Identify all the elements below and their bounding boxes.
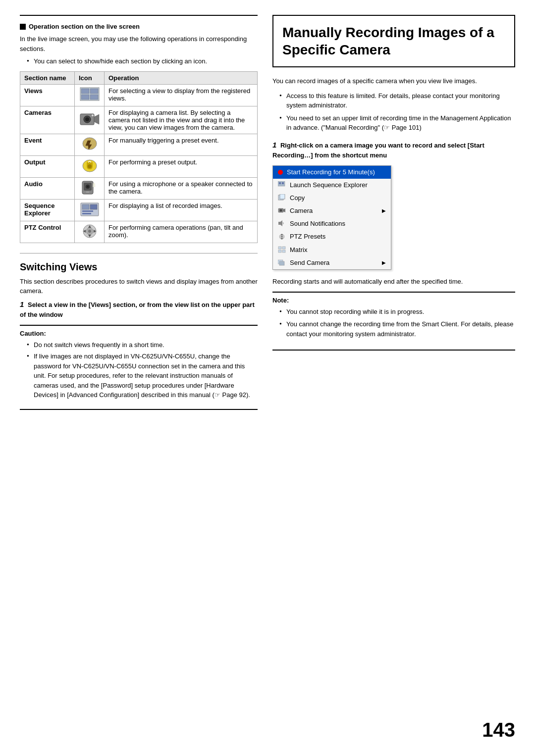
sequence-icon bbox=[278, 181, 287, 189]
svg-rect-32 bbox=[279, 182, 281, 184]
output-icon bbox=[79, 158, 100, 175]
red-dot-icon bbox=[278, 170, 283, 175]
note-label: Note: bbox=[272, 297, 515, 304]
caution-box: Caution: Do not switch views frequently … bbox=[20, 325, 258, 410]
note-bullet-list: You cannot stop recording while it is in… bbox=[279, 307, 515, 339]
menu-arrow-icon: ▶ bbox=[382, 207, 386, 214]
svg-point-16 bbox=[87, 186, 89, 188]
table-row-name: Sequence Explorer bbox=[20, 199, 75, 221]
svg-rect-20 bbox=[82, 204, 89, 209]
switching-views-title: Switching Views bbox=[20, 261, 258, 273]
svg-rect-1 bbox=[81, 89, 89, 94]
svg-rect-39 bbox=[278, 222, 280, 225]
menu-item-label: Send Camera bbox=[290, 258, 329, 267]
col-header-name: Section name bbox=[20, 71, 75, 84]
menu-item-label: Camera bbox=[290, 206, 313, 215]
note-box: Note: You cannot stop recording while it… bbox=[272, 292, 515, 351]
section-table: Section name Icon Operation Views For se… bbox=[20, 71, 258, 243]
table-row-icon bbox=[75, 155, 105, 177]
svg-rect-33 bbox=[282, 182, 284, 184]
sound-icon bbox=[278, 220, 287, 228]
caution-bullet-item: Do not switch views frequently in a shor… bbox=[27, 340, 258, 350]
op-section-header: Operation section on the live screen bbox=[20, 23, 258, 30]
caution-label: Caution: bbox=[20, 330, 258, 337]
svg-point-9 bbox=[92, 114, 94, 116]
note-bullet-item: You cannot change the recording time fro… bbox=[279, 319, 515, 339]
right-bullet-list: Access to this feature is limited. For d… bbox=[279, 91, 515, 133]
svg-point-12 bbox=[88, 164, 92, 168]
table-row-operation: For using a microphone or a speaker conn… bbox=[105, 177, 258, 199]
svg-point-37 bbox=[280, 209, 282, 212]
context-menu-item: Copy bbox=[273, 192, 391, 204]
svg-rect-21 bbox=[82, 210, 93, 212]
svg-rect-45 bbox=[278, 247, 281, 249]
page-number: 143 bbox=[482, 719, 515, 741]
table-row-operation: For performing a preset output. bbox=[105, 155, 258, 177]
table-row-name: PTZ Control bbox=[20, 221, 75, 243]
audio-icon: 8 bbox=[79, 180, 100, 197]
context-menu-item: Send Camera▶ bbox=[273, 256, 391, 269]
matrix-icon bbox=[278, 246, 287, 254]
right-bullet-item: You need to set an upper limit of record… bbox=[279, 113, 515, 133]
svg-marker-40 bbox=[280, 220, 282, 226]
context-menu: Start Recording for 5 Minute(s)Launch Se… bbox=[272, 165, 391, 270]
main-section-title: Manually Recording Images of a Specific … bbox=[282, 24, 505, 58]
svg-rect-2 bbox=[90, 89, 98, 94]
menu-item-label: Start Recording for 5 Minute(s) bbox=[287, 168, 375, 177]
svg-point-42 bbox=[281, 236, 283, 238]
table-row-name: Event bbox=[20, 134, 75, 155]
views-icon bbox=[79, 87, 100, 103]
context-menu-item: Matrix bbox=[273, 244, 391, 256]
svg-rect-48 bbox=[282, 250, 285, 252]
switching-step: 1 Select a view in the [Views] section, … bbox=[20, 299, 258, 320]
post-menu-text: Recording starts and will automatically … bbox=[272, 277, 515, 287]
step-number: 1 bbox=[20, 300, 24, 308]
svg-marker-8 bbox=[94, 114, 99, 124]
table-row-operation: For manually triggering a preset event. bbox=[105, 134, 258, 155]
op-bullet-item: You can select to show/hide each section… bbox=[27, 56, 258, 66]
svg-point-7 bbox=[85, 117, 89, 121]
table-row-name: Audio bbox=[20, 177, 75, 199]
menu-arrow-icon: ▶ bbox=[382, 259, 386, 266]
table-row-icon: 8 bbox=[75, 177, 105, 199]
table-row-icon bbox=[75, 221, 105, 243]
caution-bullet-item: If live images are not displayed in VN-C… bbox=[27, 352, 258, 400]
svg-rect-4 bbox=[90, 95, 98, 100]
camera-icon bbox=[278, 207, 287, 215]
context-menu-item: Launch Sequence Explorer bbox=[273, 179, 391, 192]
context-menu-item: Start Recording for 5 Minute(s) bbox=[273, 166, 391, 179]
col-header-icon: Icon bbox=[75, 71, 105, 84]
op-intro: In the live image screen, you may use th… bbox=[20, 34, 258, 53]
svg-rect-3 bbox=[81, 95, 89, 100]
table-row-name: Output bbox=[20, 155, 75, 177]
copy-icon bbox=[278, 194, 287, 202]
right-column: Manually Recording Images of a Specific … bbox=[272, 15, 515, 410]
menu-item-label: Launch Sequence Explorer bbox=[290, 181, 368, 190]
table-row-operation: For displaying a camera list. By selecti… bbox=[105, 106, 258, 134]
send-icon bbox=[278, 259, 287, 267]
step-text: Select a view in the [Views] section, or… bbox=[20, 301, 255, 319]
table-row-icon bbox=[75, 199, 105, 221]
table-row-operation: For displaying a list of recorded images… bbox=[105, 199, 258, 221]
svg-rect-46 bbox=[282, 247, 285, 249]
svg-rect-35 bbox=[280, 194, 285, 199]
menu-item-label: Sound Notifications bbox=[290, 219, 345, 228]
right-step-text: Right-click on a camera image you want t… bbox=[272, 142, 484, 159]
table-row-icon bbox=[75, 134, 105, 155]
table-row-operation: For performing camera operations (pan, t… bbox=[105, 221, 258, 243]
left-column: Operation section on the live screen In … bbox=[20, 15, 258, 410]
table-row-operation: For selecting a view to display from the… bbox=[105, 84, 258, 106]
context-menu-item: Camera▶ bbox=[273, 204, 391, 217]
table-row-name: Views bbox=[20, 84, 75, 106]
svg-rect-47 bbox=[278, 250, 281, 252]
svg-marker-38 bbox=[283, 208, 285, 212]
svg-rect-22 bbox=[82, 213, 91, 214]
svg-point-26 bbox=[88, 230, 91, 233]
section-divider bbox=[20, 253, 258, 253]
table-row-icon bbox=[75, 84, 105, 106]
context-menu-item: Sound Notifications bbox=[273, 217, 391, 230]
sequence-icon bbox=[79, 202, 100, 218]
table-row-icon bbox=[75, 106, 105, 134]
note-bullet-item: You cannot stop recording while it is in… bbox=[279, 307, 515, 317]
cameras-icon bbox=[79, 112, 100, 128]
